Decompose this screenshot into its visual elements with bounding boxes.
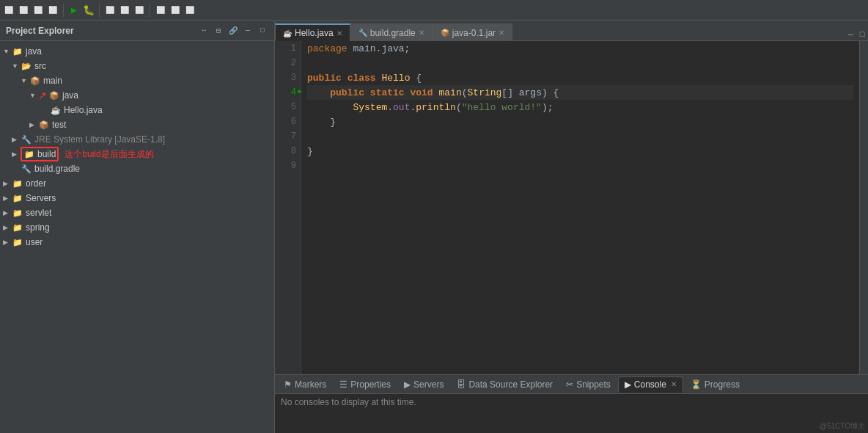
arrow-hello: ▶ — [41, 106, 50, 114]
tab-label-console: Console — [634, 379, 666, 390]
label-src: src — [34, 61, 46, 71]
properties-icon: ☰ — [339, 379, 347, 390]
tree-item-test[interactable]: ▶ 📦 test — [0, 117, 274, 132]
toolbar-icon-3[interactable]: ⬜ — [32, 4, 44, 16]
tree-item-order[interactable]: ▶ 📁 order — [0, 176, 274, 191]
tab-label-properties: Properties — [350, 379, 391, 390]
code-line-9 — [307, 159, 853, 173]
label-jre: JRE System Library [JavaSE-1.8] — [34, 134, 165, 145]
build-annotation: 这个build是后面生成的 — [65, 148, 153, 161]
arrow-java-pkg: ▼ — [29, 92, 38, 99]
collapse-icon[interactable]: ⊟ — [213, 25, 224, 37]
close-hello-tab[interactable]: ✕ — [336, 29, 342, 37]
toolbar-icon-6[interactable]: ⬜ — [119, 4, 130, 16]
sync-icon[interactable]: ↔ — [198, 25, 210, 37]
toolbar-icon-8[interactable]: ⬜ — [155, 4, 166, 16]
label-spring: spring — [26, 222, 50, 233]
tab-icon-jar: 📦 — [441, 29, 449, 37]
tab-markers[interactable]: ⚑ Markers — [278, 376, 332, 393]
tab-build-gradle[interactable]: 🔧 build.gradle ✕ — [350, 23, 433, 41]
editor-maximize-icon[interactable]: □ — [856, 29, 868, 40]
tab-properties[interactable]: ☰ Properties — [334, 376, 397, 393]
project-tree: ▼ 📁 java ▼ 📂 src ▼ 📦 main ▼ — [0, 41, 274, 433]
toolbar-icon-9[interactable]: ⬜ — [169, 4, 181, 16]
tab-progress[interactable]: ⏳ Progress — [685, 376, 746, 393]
tree-item-src[interactable]: ▼ 📂 src — [0, 59, 274, 73]
tree-item-build[interactable]: ▶ 📁 build 这个build是后面生成的 — [0, 147, 274, 161]
arrow-order: ▶ — [3, 180, 12, 187]
servers-icon: ▶ — [404, 379, 411, 390]
tab-servers[interactable]: ▶ Servers — [398, 376, 449, 393]
label-test: test — [52, 120, 66, 130]
toolbar-icon-1[interactable]: ⬜ — [3, 4, 15, 16]
folder-icon-spring: 📁 — [12, 222, 23, 233]
toolbar-icon-2[interactable]: ⬜ — [18, 4, 29, 16]
folder-icon-java: 📁 — [12, 46, 23, 57]
line-numbers: 1 2 3 4 ▶ 5 6 7 8 9 — [275, 41, 301, 374]
arrow-user: ▶ — [3, 239, 12, 246]
toolbar-icon-10[interactable]: ⬜ — [184, 4, 196, 16]
label-user: user — [26, 237, 43, 247]
tree-item-servers[interactable]: ▶ 📁 Servers — [0, 191, 274, 205]
label-java: java — [26, 46, 42, 57]
tab-label-hello: Hello.java — [295, 28, 334, 38]
toolbar-sep-1 — [63, 4, 64, 17]
datasource-icon: 🗄 — [457, 379, 466, 390]
package-icon-test: 📦 — [38, 119, 50, 131]
code-line-5: System . out . println ( "hello world!" … — [307, 100, 853, 114]
minimize-icon[interactable]: — — [242, 25, 254, 37]
tab-label-progress: Progress — [705, 379, 740, 390]
tree-item-build-gradle[interactable]: ▶ 🔧 build.gradle — [0, 161, 274, 176]
markers-icon: ⚑ — [284, 379, 292, 390]
toolbar-icon-5[interactable]: ⬜ — [104, 4, 116, 16]
code-editor[interactable]: 1 2 3 4 ▶ 5 6 7 8 9 package main.java; — [275, 41, 868, 374]
tree-item-java-pkg[interactable]: ▼ ↗ 📦 java — [0, 88, 274, 103]
tab-datasource[interactable]: 🗄 Data Source Explorer — [451, 376, 559, 393]
line-num-5: 5 — [275, 100, 301, 114]
tab-label-gradle: build.gradle — [370, 28, 416, 38]
line-num-2: 2 — [275, 56, 301, 70]
red-arrow-annotation: ↗ — [38, 90, 47, 101]
debug-button[interactable]: 🐛 — [83, 4, 95, 16]
line-num-4: 4 ▶ — [275, 85, 301, 100]
tree-item-main[interactable]: ▼ 📦 main — [0, 73, 274, 88]
editor-minimize-icon[interactable]: — — [845, 29, 856, 40]
console-close-icon[interactable]: ✕ — [671, 380, 677, 388]
tree-item-java[interactable]: ▼ 📁 java — [0, 44, 274, 59]
gradle-icon: 🔧 — [21, 163, 32, 175]
arrow-java: ▼ — [3, 48, 12, 55]
line-num-3: 3 — [275, 70, 301, 85]
jre-icon: 🔧 — [21, 134, 32, 145]
tab-jar[interactable]: 📦 java-0.1.jar ✕ — [433, 23, 512, 41]
close-jar-tab[interactable]: ✕ — [499, 29, 504, 37]
folder-icon-servers: 📁 — [12, 192, 23, 204]
line-num-8: 8 — [275, 144, 301, 159]
tree-item-hello-java[interactable]: ▶ ☕ Hello.java — [0, 103, 274, 117]
label-java-pkg: java — [62, 90, 78, 101]
close-gradle-tab[interactable]: ✕ — [419, 29, 424, 37]
run-button[interactable]: ▶ — [68, 4, 80, 16]
tree-item-jre[interactable]: ▶ 🔧 JRE System Library [JavaSE-1.8] — [0, 132, 274, 147]
label-servers: Servers — [26, 193, 56, 203]
code-line-3: public class Hello { — [307, 70, 853, 85]
bottom-tab-bar: ⚑ Markers ☰ Properties ▶ Servers 🗄 Data … — [275, 375, 868, 394]
line-num-7: 7 — [275, 129, 301, 144]
link-icon[interactable]: 🔗 — [227, 25, 239, 37]
code-content[interactable]: package main.java; public class Hello { — [301, 41, 859, 374]
main-toolbar: ⬜ ⬜ ⬜ ⬜ ▶ 🐛 ⬜ ⬜ ⬜ ⬜ ⬜ ⬜ — [0, 0, 868, 21]
tree-item-servlet[interactable]: ▶ 📁 servlet — [0, 205, 274, 220]
editor-scrollbar[interactable] — [859, 41, 868, 374]
label-servlet: servlet — [26, 208, 51, 218]
label-order: order — [26, 178, 46, 189]
tree-item-user[interactable]: ▶ 📁 user — [0, 235, 274, 250]
code-line-4: public static void main ( String [] args… — [307, 85, 853, 100]
toolbar-icon-4[interactable]: ⬜ — [47, 4, 59, 16]
bottom-panel: ⚑ Markers ☰ Properties ▶ Servers 🗄 Data … — [275, 374, 868, 433]
toolbar-icon-7[interactable]: ⬜ — [133, 4, 145, 16]
tab-hello-java[interactable]: ☕ Hello.java ✕ — [275, 23, 350, 41]
maximize-icon[interactable]: □ — [257, 25, 268, 37]
tab-console[interactable]: ▶ Console ✕ — [618, 376, 683, 393]
tab-label-datasource: Data Source Explorer — [468, 379, 553, 390]
tree-item-spring[interactable]: ▶ 📁 spring — [0, 220, 274, 235]
tab-snippets[interactable]: ✂ Snippets — [560, 376, 617, 393]
